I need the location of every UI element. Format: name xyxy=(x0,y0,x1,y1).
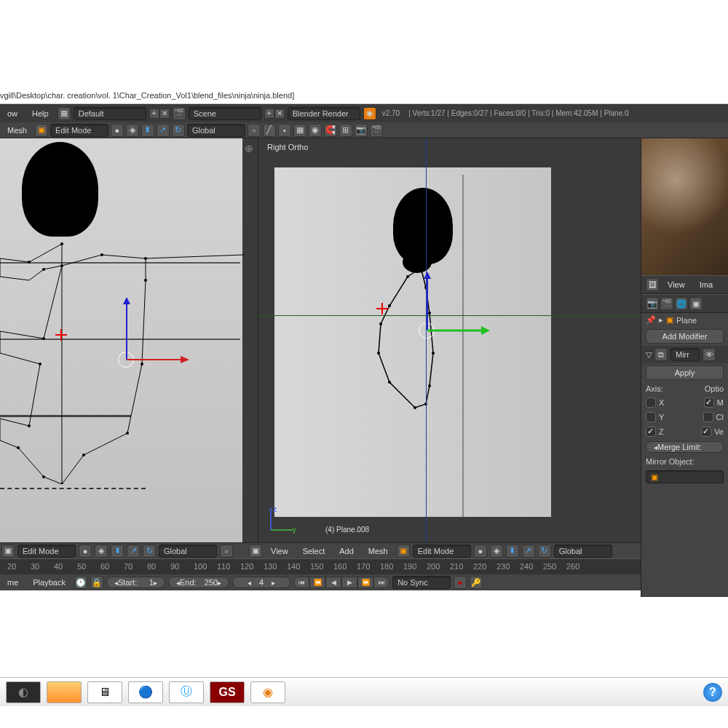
tab-render-icon[interactable]: 📷 xyxy=(646,297,659,310)
mod-toggle-icon[interactable]: 👁 xyxy=(703,348,716,361)
snap-icon[interactable]: 🧲 xyxy=(324,124,337,137)
viewport-area: ⊕ Right Ortho xyxy=(0,138,641,542)
taskbar-blender[interactable]: ◉ xyxy=(250,681,285,703)
svg-point-5 xyxy=(144,257,147,260)
menu-select[interactable]: Select xyxy=(297,545,331,558)
mode-left[interactable]: Edit Mode xyxy=(17,545,76,558)
tab-object-icon[interactable]: ▣ xyxy=(689,297,703,310)
lock-icon[interactable]: 🔒 xyxy=(90,576,103,589)
menu-mesh-r[interactable]: Mesh xyxy=(363,545,394,558)
taskbar: ◐ 🖥 🔵 Ⓤ GS ◉ ? xyxy=(0,677,728,706)
layout-buttons[interactable]: +✕ xyxy=(149,108,170,119)
record-icon[interactable]: ● xyxy=(454,576,467,589)
blender-icon: ◉ xyxy=(363,107,376,120)
menu-help[interactable]: Help xyxy=(26,107,55,120)
x-axis-arrow[interactable] xyxy=(127,355,189,364)
svg-point-9 xyxy=(17,446,20,449)
viewport-front[interactable]: ⊕ xyxy=(0,138,258,542)
taskbar-uplay[interactable]: Ⓤ xyxy=(169,681,204,703)
mode-right[interactable]: Edit Mode xyxy=(413,545,471,558)
orient-left[interactable]: Global xyxy=(159,545,217,558)
viewport-right[interactable]: Right Ortho z y xyxy=(258,138,641,542)
scene-icon[interactable]: 🎬 xyxy=(173,107,186,120)
menu-playback[interactable]: Playback xyxy=(27,576,71,589)
y-axis-arrow-side[interactable] xyxy=(427,326,490,335)
pivot-icon[interactable]: ◈ xyxy=(126,124,139,137)
manipulator-icon[interactable]: ⬍ xyxy=(141,124,154,137)
current-frame[interactable]: ◂ 4 ▸ xyxy=(232,577,290,588)
taskbar-chrome[interactable]: 🔵 xyxy=(128,681,163,703)
svg-point-10 xyxy=(42,475,45,478)
layout-list-icon[interactable]: ▦ xyxy=(58,107,71,120)
menu-frame[interactable]: me xyxy=(1,576,24,589)
svg-point-4 xyxy=(100,253,103,256)
editor-type-icon[interactable]: ▣ xyxy=(1,545,15,558)
tab-scene-icon[interactable]: 🎬 xyxy=(660,297,673,310)
clip-ve-check[interactable] xyxy=(701,427,711,437)
select-vertex-icon[interactable]: ▫ xyxy=(248,124,261,137)
mode-select[interactable]: Edit Mode xyxy=(50,124,108,137)
select-edge-icon[interactable]: ╱ xyxy=(263,124,276,137)
scene-name[interactable]: Scene xyxy=(189,107,261,120)
modifier-name[interactable]: Mirr xyxy=(670,348,700,361)
snap-target-icon[interactable]: ⊞ xyxy=(339,124,352,137)
orient-right[interactable]: Global xyxy=(554,545,612,558)
proportional-icon[interactable]: ◉ xyxy=(309,124,322,137)
end-frame[interactable]: ◂ End: 250 ▸ xyxy=(168,577,229,588)
menu-ow[interactable]: ow xyxy=(1,107,23,120)
render-anim-icon[interactable]: 🎬 xyxy=(370,124,383,137)
mirror-object-field[interactable]: ▣ xyxy=(646,470,724,483)
scene-buttons[interactable]: +✕ xyxy=(264,108,285,119)
sync-mode[interactable]: No Sync xyxy=(392,576,451,589)
layout-name[interactable]: Default xyxy=(74,107,146,120)
limit-select-icon[interactable]: ▦ xyxy=(293,124,306,137)
menu-uv-view[interactable]: View xyxy=(662,278,691,291)
rotate-icon[interactable]: ↻ xyxy=(172,124,185,137)
render-engine[interactable]: Blender Render xyxy=(288,107,360,120)
editor-type-icon-r[interactable]: ▣ xyxy=(249,545,262,558)
render-icon[interactable]: 📷 xyxy=(355,124,368,137)
collapse-icon[interactable]: ▽ xyxy=(646,350,652,360)
svg-point-1 xyxy=(28,261,31,264)
taskbar-steam[interactable]: ◐ xyxy=(6,681,41,703)
menu-view[interactable]: View xyxy=(265,545,294,558)
start-frame[interactable]: ◂ Start: 1 ▸ xyxy=(106,577,165,588)
playback-buttons[interactable]: ⏮⏪◀▶⏩⏭ xyxy=(293,577,389,588)
svg-point-12 xyxy=(82,454,85,456)
key-icon[interactable]: 🔑 xyxy=(470,576,483,589)
z-axis-arrow-side[interactable] xyxy=(424,272,431,330)
orientation[interactable]: Global xyxy=(187,124,245,137)
z-axis-arrow[interactable] xyxy=(123,297,130,360)
svg-marker-34 xyxy=(424,272,431,279)
cursor-front xyxy=(55,329,67,341)
version: v2.70 xyxy=(379,109,403,117)
axis-x-check[interactable] xyxy=(646,397,656,408)
clip-m-check[interactable] xyxy=(704,397,714,408)
mode-icon[interactable]: ▣ xyxy=(35,124,48,137)
help-icon[interactable]: ? xyxy=(703,683,722,702)
axis-y-check[interactable] xyxy=(646,412,656,422)
taskbar-explorer[interactable] xyxy=(47,681,82,703)
timeline[interactable]: 2030405060708090100110120130140150160170… xyxy=(0,558,641,574)
clip-cl-check[interactable] xyxy=(703,412,713,422)
viewport-header-top: Mesh ▣ Edit Mode ● ◈ ⬍ ↗ ↻ Global ▫ ╱ ▪ … xyxy=(0,122,728,138)
taskbar-gs[interactable]: GS xyxy=(210,681,245,703)
menu-mesh[interactable]: Mesh xyxy=(1,124,33,137)
tab-world-icon[interactable]: 🌐 xyxy=(675,297,688,310)
translate-icon[interactable]: ↗ xyxy=(157,124,170,137)
select-face-icon[interactable]: ▪ xyxy=(278,124,291,137)
merge-limit[interactable]: ◂ Merge Limit: xyxy=(646,441,724,453)
add-modifier-button[interactable]: Add Modifier xyxy=(646,329,724,344)
shading-icon[interactable]: ● xyxy=(111,124,124,137)
pin-icon[interactable]: 📌 xyxy=(646,315,656,325)
split-widget[interactable]: ⊕ xyxy=(245,143,253,154)
menu-add[interactable]: Add xyxy=(333,545,360,558)
uv-editor-icon[interactable]: 🖼 xyxy=(646,278,659,291)
auto-key-icon[interactable]: 🕐 xyxy=(74,576,87,589)
taskbar-hp[interactable]: 🖥 xyxy=(87,681,122,703)
properties-panel: 🖼 View Ima 📷 🎬 🌐 ▣ 📌 ▸ ▣ Plane Add Modif… xyxy=(641,138,728,597)
object-name: (4) Plane.008 xyxy=(325,526,369,534)
axis-z-check[interactable] xyxy=(646,427,656,437)
menu-uv-image[interactable]: Ima xyxy=(694,278,719,291)
apply-button[interactable]: Apply xyxy=(646,365,724,380)
